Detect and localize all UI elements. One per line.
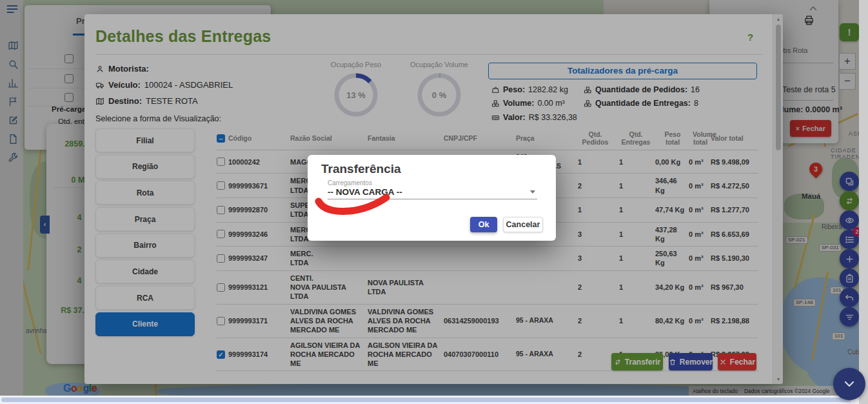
dialog-title: Transferência xyxy=(321,162,401,176)
carregamentos-label: Carregamentos xyxy=(328,179,372,187)
select-caret-icon[interactable] xyxy=(530,190,535,194)
ok-button[interactable]: Ok xyxy=(470,217,497,232)
screen: 3 CIDADE TIRADENTMauáRibeirãASESCubatãav… xyxy=(0,0,868,404)
horizontal-scrollbar[interactable] xyxy=(0,396,859,404)
red-annotation-scribble xyxy=(313,192,397,219)
cancel-button[interactable]: Cancelar xyxy=(503,217,543,232)
vertical-scrollbar[interactable] xyxy=(859,0,868,404)
expand-fab[interactable] xyxy=(833,368,865,400)
hscroll-thumb[interactable] xyxy=(1,398,851,402)
